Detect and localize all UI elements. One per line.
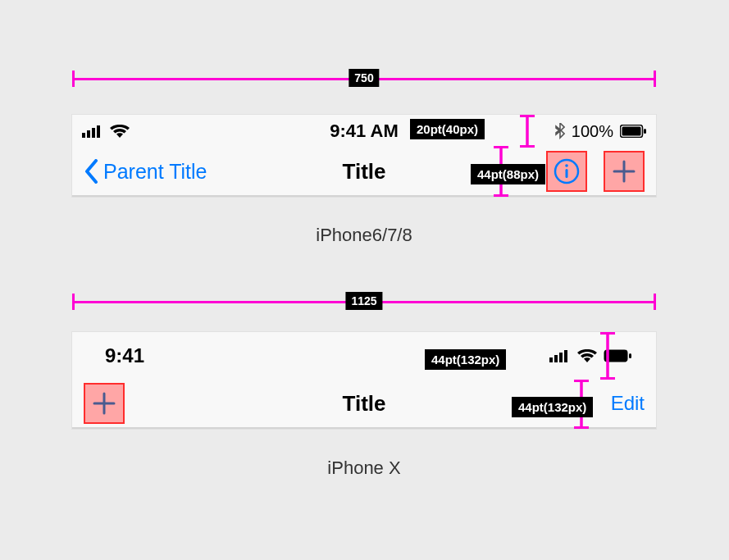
svg-rect-0: [82, 133, 85, 138]
svg-rect-5: [622, 127, 641, 136]
width-ruler-iphonex: 1125: [72, 294, 656, 310]
svg-rect-10: [549, 357, 553, 362]
wifi-icon: [577, 349, 597, 362]
width-badge: 1125: [345, 292, 382, 310]
width-ruler-iphone678: 750: [72, 71, 656, 87]
svg-rect-9: [566, 169, 568, 178]
measure-label-navbar-x: 44pt(132px): [512, 397, 593, 417]
measure-bracket-statusbar: [520, 115, 535, 148]
svg-rect-15: [629, 353, 631, 358]
svg-rect-3: [97, 125, 100, 138]
svg-rect-12: [559, 353, 563, 362]
edit-button[interactable]: Edit: [611, 392, 645, 415]
status-time: 9:41: [105, 344, 144, 367]
svg-rect-13: [564, 350, 567, 362]
add-button[interactable]: [84, 383, 125, 424]
battery-percent: 100%: [572, 122, 613, 141]
svg-rect-1: [87, 130, 90, 138]
caption-iphone678: iPhone6/7/8: [72, 225, 656, 246]
bluetooth-icon: [555, 123, 565, 139]
svg-rect-6: [644, 129, 646, 134]
measure-bracket-statusbar-x: [600, 332, 615, 380]
plus-icon: [611, 158, 637, 184]
svg-rect-2: [92, 128, 95, 138]
info-icon: [553, 157, 581, 185]
plus-icon: [91, 390, 117, 417]
wifi-icon: [110, 125, 130, 138]
measure-label-navbar: 44pt(88px): [471, 164, 545, 184]
nav-bar: Parent Title Title: [72, 148, 656, 197]
cellular-signal-icon: [549, 349, 571, 362]
page-title: Title: [343, 159, 386, 184]
back-button[interactable]: Parent Title: [84, 159, 207, 184]
device-iphone678: 9:41 AM 100% Parent Title Title: [72, 115, 656, 197]
parent-title-label: Parent Title: [103, 160, 207, 184]
status-bar: 9:41 AM 100%: [72, 115, 656, 148]
battery-icon: [620, 125, 646, 138]
svg-point-8: [565, 164, 568, 167]
info-button[interactable]: [546, 151, 587, 192]
caption-iphonex: iPhone X: [72, 458, 656, 479]
svg-rect-11: [554, 355, 558, 362]
page-title: Title: [343, 391, 386, 417]
status-time: 9:41 AM: [330, 121, 399, 142]
chevron-left-icon: [84, 159, 98, 184]
width-badge: 750: [349, 69, 379, 87]
measure-label-statusbar: 20pt(40px): [410, 119, 485, 139]
add-button[interactable]: [604, 151, 645, 192]
cellular-signal-icon: [82, 125, 103, 138]
measure-label-statusbar-x: 44pt(132px): [425, 349, 506, 370]
status-bar: 9:41: [72, 332, 656, 380]
